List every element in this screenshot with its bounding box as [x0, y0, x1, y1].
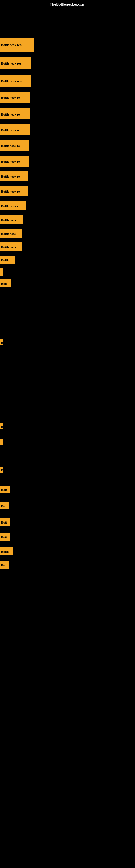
- bottleneck-item-8[interactable]: Bottleneck re: [0, 171, 28, 181]
- bottleneck-item-20[interactable]: B: [0, 467, 3, 472]
- bottleneck-item-2[interactable]: Bottleneck res: [0, 74, 31, 87]
- bottleneck-item-17[interactable]: B: [0, 339, 3, 345]
- bottleneck-item-3[interactable]: Bottleneck re: [0, 92, 30, 102]
- bottleneck-item-16[interactable]: Bott: [0, 279, 11, 287]
- bottleneck-item-0[interactable]: Bottleneck res: [0, 38, 34, 52]
- bottleneck-item-7[interactable]: Bottleneck re: [0, 156, 29, 166]
- bottleneck-item-26[interactable]: Bo: [0, 561, 9, 568]
- bottleneck-item-1[interactable]: Bottleneck res: [0, 57, 31, 69]
- bottleneck-item-4[interactable]: Bottleneck re: [0, 108, 30, 119]
- bottleneck-item-15[interactable]: [0, 268, 3, 276]
- bottleneck-item-6[interactable]: Bottleneck re: [0, 140, 29, 151]
- bottleneck-item-21[interactable]: Bott: [0, 486, 10, 493]
- bottleneck-item-19[interactable]: [0, 439, 3, 445]
- bottleneck-item-9[interactable]: Bottleneck re: [0, 186, 28, 196]
- bottleneck-item-14[interactable]: Bottle: [0, 255, 15, 264]
- bottleneck-item-24[interactable]: Bott: [0, 533, 10, 540]
- bottleneck-item-23[interactable]: Bott: [0, 518, 10, 526]
- bottleneck-item-22[interactable]: Bo: [0, 502, 9, 509]
- bottleneck-item-12[interactable]: Bottleneck: [0, 229, 22, 238]
- bottleneck-item-5[interactable]: Bottleneck re: [0, 124, 30, 135]
- bottleneck-item-18[interactable]: B: [0, 423, 3, 429]
- bottleneck-item-11[interactable]: Bottleneck: [0, 215, 23, 224]
- bottleneck-item-13[interactable]: Bottleneck: [0, 242, 21, 251]
- bottleneck-item-10[interactable]: Bottleneck r: [0, 201, 26, 211]
- bottleneck-item-25[interactable]: Bottle: [0, 547, 13, 555]
- site-title: TheBottlenecker.com: [50, 2, 85, 6]
